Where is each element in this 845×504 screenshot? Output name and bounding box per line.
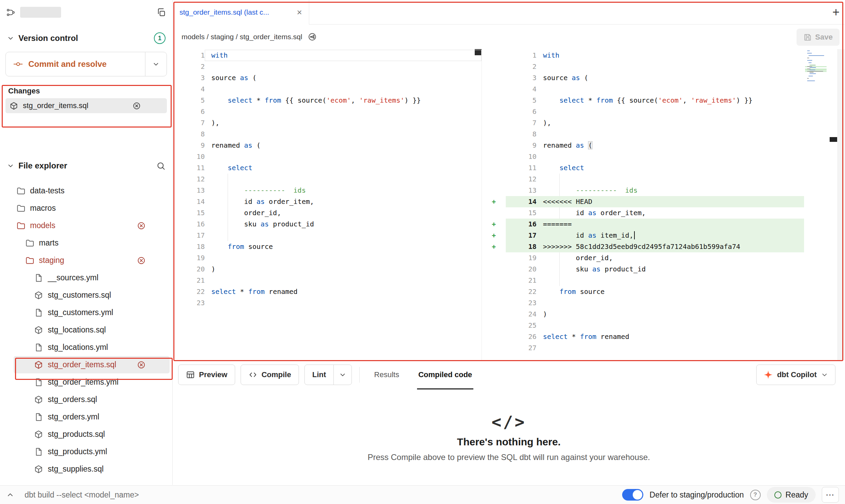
empty-state-title: There's nothing here. — [457, 436, 561, 448]
close-icon[interactable]: × — [297, 8, 302, 17]
file-explorer-section: File explorer data-testsmacrosmodelsmart… — [0, 158, 172, 478]
commit-options-dropdown[interactable] — [145, 52, 167, 76]
file-item-label: stg_supplies.sql — [48, 464, 104, 474]
code-line: 11 select — [173, 162, 482, 174]
line-number: 20 — [173, 264, 205, 275]
empty-state-subtitle: Press Compile above to preview the SQL d… — [368, 453, 650, 462]
diff-added-marker — [482, 207, 506, 219]
changed-file-item[interactable]: stg_order_items.sql — [5, 98, 167, 113]
lint-options-dropdown[interactable] — [333, 365, 352, 385]
file-item-label: stg_order_items.sql — [48, 360, 116, 369]
file-item-stg_order_items.yml[interactable]: stg_order_items.yml — [14, 373, 170, 391]
ide-status-label: Ready — [786, 490, 808, 500]
code-text: ) — [205, 264, 482, 275]
line-number: 15 — [506, 207, 536, 219]
line-number: 9 — [506, 140, 536, 151]
diff-editor[interactable]: 1with23source as (45 select * from {{ so… — [173, 49, 845, 360]
tab-compiled-code[interactable]: Compiled code — [416, 360, 475, 389]
line-number: 13 — [506, 185, 536, 196]
lint-button[interactable]: Lint — [305, 365, 333, 385]
line-number: 23 — [173, 297, 205, 309]
diff-added-marker — [482, 95, 506, 106]
compiled-code-empty-state: </> There's nothing here. Press Compile … — [173, 389, 845, 485]
line-number: 5 — [506, 95, 536, 106]
file-item-marts[interactable]: marts — [14, 234, 170, 252]
diff-added-marker: + — [482, 219, 506, 230]
editor-pane-right[interactable]: 1with23source as (45 select * from {{ so… — [482, 49, 845, 360]
tab-results[interactable]: Results — [371, 360, 402, 389]
code-text: select * from {{ source('ecom', 'raw_ite… — [205, 95, 482, 106]
search-icon[interactable] — [156, 161, 166, 171]
code-line: 6 — [482, 106, 804, 117]
editor-pane-left[interactable]: 1with23source as (45 select * from {{ so… — [173, 49, 482, 360]
code-line: 10 — [482, 151, 804, 162]
status-bar-right: Defer to staging/production ? Ready ⋯ — [622, 487, 839, 503]
file-item-stg_supplies.sql[interactable]: stg_supplies.sql — [14, 460, 170, 478]
line-number: 23 — [506, 297, 536, 309]
code-line: 27 — [482, 342, 804, 354]
file-item-stg_locations.sql[interactable]: stg_locations.sql — [14, 321, 170, 339]
line-number: 6 — [506, 106, 536, 117]
code-line: +14<<<<<<< HEAD — [482, 196, 804, 207]
editor-tab[interactable]: stg_order_items.sql (last c... × — [173, 0, 309, 25]
chevron-up-icon[interactable] — [6, 491, 14, 499]
code-text: <<<<<<< HEAD — [536, 196, 804, 207]
file-item-stg_customers.yml[interactable]: stg_customers.yml — [14, 304, 170, 321]
ide-status-button[interactable]: Ready — [767, 487, 816, 503]
help-icon[interactable]: ? — [750, 490, 761, 500]
code-text: order_id, — [536, 252, 804, 264]
lineage-icon[interactable] — [308, 32, 317, 41]
version-control-header[interactable]: Version control 1 — [0, 30, 172, 46]
merge-conflict-icon[interactable] — [132, 102, 141, 110]
merge-conflict-icon[interactable] — [137, 256, 146, 265]
code-line: +18>>>>>>> 58c1dd23d5eebd9cd2495fa7124ab… — [482, 241, 804, 252]
file-item-stg_orders.sql[interactable]: stg_orders.sql — [14, 391, 170, 408]
dbt-copilot-button[interactable]: dbt Copilot — [756, 365, 835, 385]
model-icon — [34, 326, 43, 335]
merge-conflict-icon[interactable] — [137, 360, 146, 369]
model-icon — [34, 291, 43, 300]
code-text: id as order_item, — [205, 196, 482, 207]
file-item-stg_products.yml[interactable]: stg_products.yml — [14, 443, 170, 460]
file-item-models[interactable]: models — [14, 217, 170, 234]
file-item-stg_customers.sql[interactable]: stg_customers.sql — [14, 286, 170, 304]
diff-added-marker: + — [482, 241, 506, 252]
copy-icon[interactable] — [156, 8, 166, 17]
model-icon — [10, 102, 18, 110]
file-item-label: stg_customers.sql — [48, 291, 111, 300]
code-text — [205, 61, 482, 72]
file-item-data-tests[interactable]: data-tests — [14, 182, 170, 199]
right-pane-scrollbar-track[interactable] — [837, 49, 845, 360]
folder-icon — [16, 204, 25, 213]
code-line: 20) — [173, 264, 482, 275]
file-icon — [34, 413, 43, 421]
file-item-__sources.yml[interactable]: __sources.yml — [14, 269, 170, 286]
file-item-stg_products.sql[interactable]: stg_products.sql — [14, 426, 170, 443]
compile-button[interactable]: Compile — [241, 365, 299, 385]
save-button[interactable]: Save — [797, 29, 840, 46]
command-preview-text[interactable]: dbt build --select <model_name> — [25, 490, 139, 500]
defer-toggle[interactable] — [622, 489, 643, 501]
diff-added-marker — [482, 72, 506, 84]
file-item-staging[interactable]: staging — [14, 252, 170, 269]
preview-button[interactable]: Preview — [178, 365, 235, 385]
file-item-stg_order_items.sql[interactable]: stg_order_items.sql — [14, 356, 170, 373]
new-tab-icon[interactable]: + — [832, 5, 840, 19]
code-line: 9renamed as ( — [482, 140, 804, 151]
diff-added-marker — [482, 174, 506, 185]
file-explorer-header[interactable]: File explorer — [0, 158, 172, 174]
code-line: 10 — [173, 151, 482, 162]
merge-conflict-icon[interactable] — [137, 221, 146, 230]
code-line: 22 from source — [482, 286, 804, 297]
file-item-stg_locations.yml[interactable]: stg_locations.yml — [14, 339, 170, 356]
minimap[interactable] — [807, 50, 826, 91]
model-icon — [34, 360, 43, 369]
right-pane-scrollbar-thumb[interactable] — [830, 137, 837, 142]
chevron-down-icon — [339, 371, 346, 379]
file-item-stg_orders.yml[interactable]: stg_orders.yml — [14, 408, 170, 426]
code-text — [536, 342, 804, 354]
more-options-button[interactable]: ⋯ — [822, 487, 839, 503]
commit-and-resolve-button[interactable]: Commit and resolve — [6, 52, 145, 76]
dag-icon[interactable] — [6, 8, 15, 17]
file-item-macros[interactable]: macros — [14, 199, 170, 217]
